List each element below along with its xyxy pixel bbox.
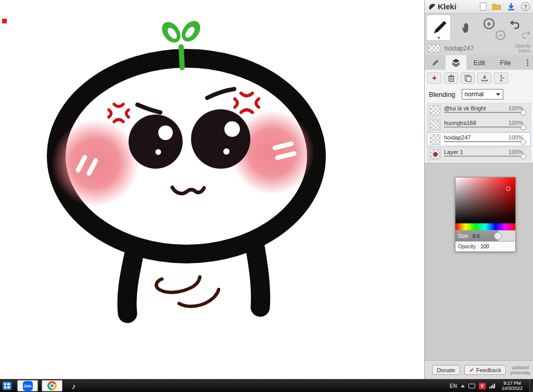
save-button[interactable] [506, 2, 516, 11]
zalo-icon: Zalo [23, 381, 33, 391]
taskbar-chrome-button[interactable] [42, 380, 62, 391]
chevron-up-icon[interactable] [461, 385, 465, 387]
layer-opacity-knob[interactable] [521, 139, 526, 145]
side-panel: Kleki ? [424, 0, 533, 379]
donate-label: Donate [437, 367, 455, 373]
tab-brush[interactable] [425, 55, 446, 70]
hue-slider[interactable] [455, 223, 515, 230]
tool-row: + − [425, 14, 533, 42]
blending-select[interactable]: normal [462, 89, 503, 99]
trash-icon [447, 74, 455, 82]
kleki-app: Kleki ? [0, 0, 533, 392]
keyboard-icon[interactable] [468, 384, 475, 388]
date-text: 24/3/2022 [502, 386, 523, 391]
zoom-out-glyph: − [498, 31, 503, 40]
open-file-button[interactable] [492, 2, 501, 11]
layer-thumbnail[interactable] [430, 134, 440, 145]
rename-layer-button[interactable] [494, 72, 508, 84]
pencil-icon [469, 368, 474, 373]
rename-icon [497, 74, 505, 82]
chrome-center-dot [49, 383, 55, 388]
layer-opacity-slider[interactable] [444, 127, 522, 128]
layer-thumbnail[interactable] [430, 149, 440, 159]
brand-name: Kleki [438, 2, 456, 11]
slider-knob[interactable] [494, 232, 502, 240]
zoom-out-icon[interactable]: − [496, 30, 505, 40]
project-name: hoidap247 [445, 45, 474, 52]
opacity-label: Opacity [458, 244, 476, 249]
help-button[interactable]: ? [521, 2, 530, 11]
new-document-icon [480, 3, 487, 10]
layer-opacity-knob[interactable] [521, 154, 526, 159]
updated-line1: updated [510, 365, 530, 370]
panel-footer: Donate Feedback updated yesterday [425, 360, 533, 379]
layer-opacity-knob[interactable] [521, 124, 526, 130]
updated-line2: yesterday [510, 370, 530, 375]
tab-row: Edit File [425, 55, 533, 70]
tab-file[interactable]: File [492, 55, 518, 70]
layer-opacity-knob[interactable] [521, 110, 526, 116]
hand-tool-button[interactable] [457, 19, 474, 36]
tab-edit[interactable]: Edit [466, 55, 492, 70]
project-thumbnail[interactable] [428, 44, 440, 53]
merge-down-icon [480, 74, 489, 82]
layer-name: Layer 1 [444, 149, 463, 155]
hand-icon [459, 21, 472, 34]
brush-opacity-slider[interactable]: Opacity 100 [455, 241, 515, 251]
blending-row: Blending normal [429, 88, 530, 100]
layer-opacity-slider[interactable] [444, 156, 522, 157]
tab-layers[interactable] [446, 55, 466, 70]
layer-opacity-slider[interactable] [444, 141, 522, 142]
brand: Kleki [428, 2, 456, 11]
network-icon[interactable] [489, 383, 495, 388]
blending-value: normal [465, 91, 484, 98]
overflow-menu-button[interactable] [522, 55, 533, 70]
start-button[interactable] [0, 380, 14, 392]
donate-button[interactable]: Donate [432, 365, 460, 375]
taskbar-zalo-button[interactable]: Zalo [17, 380, 38, 391]
layer-thumbnail[interactable] [430, 120, 440, 130]
project-opacity[interactable]: Opacity 100% [514, 43, 530, 54]
help-icon: ? [521, 2, 530, 11]
kleki-logo-icon [428, 3, 436, 10]
swap-icon[interactable] [427, 366, 428, 374]
opacity-label: Opacity [514, 43, 530, 48]
merge-down-button[interactable] [477, 72, 491, 84]
clock[interactable]: 9:17 PM 24/3/2022 [502, 381, 523, 391]
show-desktop-button[interactable] [529, 380, 533, 392]
saturation-value-square[interactable] [455, 178, 515, 223]
taskbar: Zalo ♪ EN V 9:17 PM 24/3/2022 [0, 379, 533, 392]
redo-button[interactable] [521, 29, 531, 41]
layer-row[interactable]: huongtra168 100% [427, 118, 531, 132]
layer-row-selected[interactable]: hoidap247 100% [427, 132, 531, 146]
color-cursor[interactable] [506, 186, 511, 191]
duplicate-icon [464, 74, 472, 82]
undo-button[interactable] [509, 19, 520, 31]
new-image-button[interactable] [480, 3, 487, 10]
brush-tool-button[interactable] [427, 15, 450, 40]
tiktok-icon[interactable]: ♪ [72, 382, 76, 390]
duplicate-layer-button[interactable] [461, 72, 475, 84]
drawing-canvas[interactable] [0, 0, 424, 379]
layer-row[interactable]: Layer 1 100% [427, 147, 531, 161]
color-picker: Size 8.6 Opacity 100 [455, 177, 516, 252]
chevron-down-icon [496, 93, 500, 96]
project-row: hoidap247 Opacity 100% [425, 42, 533, 55]
delete-layer-button[interactable] [444, 72, 458, 84]
language-indicator[interactable]: EN [450, 383, 457, 389]
opacity-value: 100% [514, 48, 530, 54]
layer-row[interactable]: @tui là vk Bright 100% [427, 103, 531, 117]
size-label: Size [458, 233, 468, 239]
download-icon [506, 2, 516, 11]
layer-thumbnail[interactable] [430, 105, 440, 116]
unikey-icon[interactable]: V [479, 383, 486, 389]
brush-icon [432, 20, 446, 35]
folder-icon [492, 2, 501, 11]
character-drawing [0, 0, 424, 379]
layer-list: @tui là vk Bright 100% huongtra168 100% … [427, 103, 531, 161]
layer-opacity-slider[interactable] [444, 112, 522, 113]
add-layer-button[interactable]: + [427, 72, 441, 84]
zoom-in-icon[interactable]: + [484, 18, 494, 29]
brush-size-slider[interactable]: Size 8.6 [455, 230, 515, 241]
feedback-button[interactable]: Feedback [464, 365, 506, 375]
